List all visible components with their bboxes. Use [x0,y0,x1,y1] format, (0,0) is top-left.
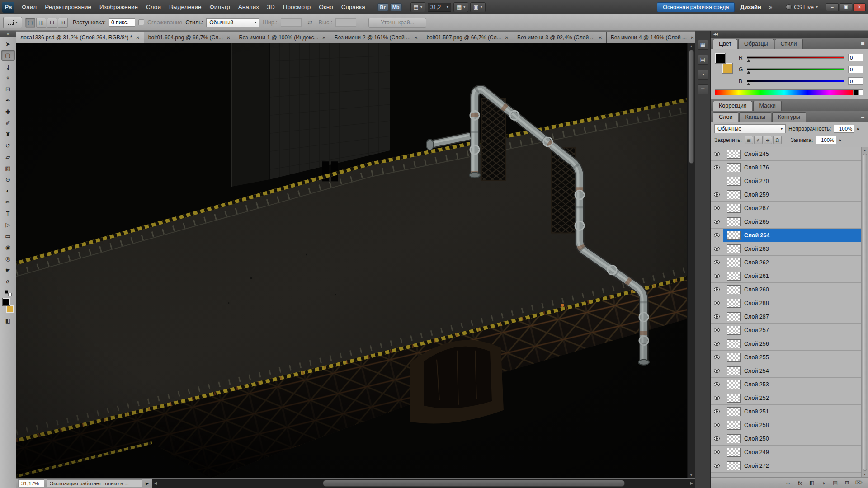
visibility-toggle[interactable] [711,405,723,418]
scroll-right-icon[interactable]: ▶ [689,481,695,485]
layers-footer-button[interactable]: ▤ [831,479,839,487]
tool-preset-picker[interactable]: ▾ [3,17,22,28]
tool-button[interactable]: ✑ [1,197,15,207]
visibility-toggle[interactable] [711,242,723,255]
vertical-scrollbar-thumb[interactable] [689,50,694,164]
close-icon[interactable]: ✕ [136,35,139,40]
layers-footer-button[interactable]: fx [796,479,804,487]
panel-tab[interactable]: Образцы [738,39,774,49]
layer-row[interactable]: Слой 287 [711,310,861,324]
visibility-toggle[interactable] [711,310,723,323]
tool-button[interactable]: ✧ [1,72,15,83]
visibility-toggle[interactable] [711,351,723,364]
close-icon[interactable]: ✕ [505,35,509,40]
panel-tab[interactable]: Маски [753,101,781,111]
blend-mode-select[interactable]: Обычные ▾ [714,124,786,133]
visibility-toggle[interactable] [711,202,723,215]
panel-dock-icon[interactable]: ▦ [698,40,708,50]
layers-scrollbar-thumb[interactable] [863,154,867,471]
fill-input[interactable]: 100% [816,136,836,144]
statusbar-flyout-icon[interactable]: ▶ [145,481,150,486]
layer-row[interactable]: Слой 263 [711,242,861,256]
workspace-overflow-button[interactable]: » [767,4,774,10]
workspace-button[interactable]: Основная рабочая среда [657,2,735,12]
document-tab[interactable]: Без имени-2 @ 161% (Слой ... ✕ [330,32,423,43]
fill-stepper-icon[interactable]: ▸ [839,138,841,142]
tool-button[interactable]: ▢ [1,50,15,61]
menu-item[interactable]: Изображение [95,0,142,14]
dock-collapse-strip[interactable]: ◀◀ [711,31,868,38]
tool-button[interactable]: ✒ [1,95,15,106]
vertical-scrollbar[interactable]: ▲ ▼ [687,43,695,478]
layer-row[interactable]: Слой 272 [711,459,861,473]
slider-handle-icon[interactable] [747,83,750,85]
tool-button[interactable]: ▨ [1,163,15,174]
layer-thumbnail[interactable] [727,258,741,267]
visibility-toggle[interactable] [711,459,723,472]
tool-button[interactable]: ✐ [1,117,15,128]
tool-button[interactable]: ▷ [1,219,15,230]
layer-row[interactable]: Слой 176 [711,161,861,174]
layer-row[interactable]: Слой 249 [711,446,861,459]
panel-tab[interactable]: Контуры [772,112,806,122]
layer-thumbnail[interactable] [727,366,741,375]
menu-item[interactable]: Окно [315,0,337,14]
layer-row[interactable]: Слой 257 [711,324,861,337]
selection-mode-button[interactable]: ⊟ [47,18,57,28]
layer-row[interactable]: Слой 267 [711,202,861,215]
layer-thumbnail[interactable] [727,217,741,226]
bridge-button[interactable]: Br [377,3,388,11]
channel-value-input[interactable]: 0 [848,77,863,85]
lock-button[interactable]: ▦ [745,136,753,144]
visibility-toggle[interactable] [711,256,723,269]
document-tab[interactable]: лока1336.psd @ 31,2% (Слой 264, RGB/8*) … [16,32,144,43]
layer-row[interactable]: Слой 261 [711,269,861,283]
visibility-toggle[interactable] [711,174,723,188]
toolbar-collapse-strip[interactable]: » [0,31,16,37]
menu-item[interactable]: Выделение [165,0,206,14]
scroll-up-icon[interactable]: ▲ [863,147,867,153]
panel-tab[interactable]: Стили [775,39,803,49]
visibility-toggle[interactable] [711,229,723,242]
lock-button[interactable]: Ω [773,136,782,144]
layer-row[interactable]: Слой 265 [711,215,861,229]
visibility-toggle[interactable] [711,432,723,445]
close-icon[interactable]: ✕ [226,35,230,40]
screen-mode-button[interactable]: ▣ ▾ [470,2,485,12]
tool-button[interactable]: ⊡ [1,84,15,94]
layer-thumbnail[interactable] [727,421,741,430]
layers-footer-button[interactable]: ◑ [820,479,827,487]
quick-mask-button[interactable]: ◧ [1,315,15,326]
visibility-toggle[interactable] [711,391,723,404]
layer-thumbnail[interactable] [727,326,741,335]
tool-button[interactable]: ▭ [1,230,15,241]
scroll-down-icon[interactable]: ▼ [689,472,693,478]
channel-slider[interactable] [747,80,844,82]
layer-thumbnail[interactable] [727,244,741,253]
layer-thumbnail[interactable] [727,461,741,470]
layer-row[interactable]: Слой 252 [711,391,861,405]
layer-thumbnail[interactable] [727,434,741,443]
layer-thumbnail[interactable] [727,407,741,416]
layer-row[interactable]: Слой 245 [711,147,861,161]
panel-tab[interactable]: Цвет [713,39,737,49]
layer-thumbnail[interactable] [727,285,741,294]
menu-item[interactable]: Файл [18,0,41,14]
layer-thumbnail[interactable] [727,231,741,240]
tool-button[interactable]: ⊙ [1,174,15,185]
document-tab[interactable]: Без имени-4 @ 149% (Слой ... ✕ [607,32,695,43]
layers-scrollbar[interactable]: ▲ ▼ [861,147,868,477]
layer-thumbnail[interactable] [727,380,741,389]
scroll-left-icon[interactable]: ◀ [152,481,159,485]
opacity-stepper-icon[interactable]: ▸ [857,127,859,131]
menu-item[interactable]: Слои [142,0,165,14]
slider-handle-icon[interactable] [747,59,750,62]
tool-button[interactable]: ◉ [1,242,15,253]
layer-thumbnail[interactable] [727,177,741,186]
panel-dock-icon[interactable]: ◔ [698,70,708,80]
visibility-toggle[interactable] [711,147,723,160]
feather-input[interactable] [109,18,135,27]
background-color-swatch[interactable] [722,63,733,74]
black-swatch[interactable] [853,90,858,95]
layer-row[interactable]: Слой 288 [711,296,861,310]
